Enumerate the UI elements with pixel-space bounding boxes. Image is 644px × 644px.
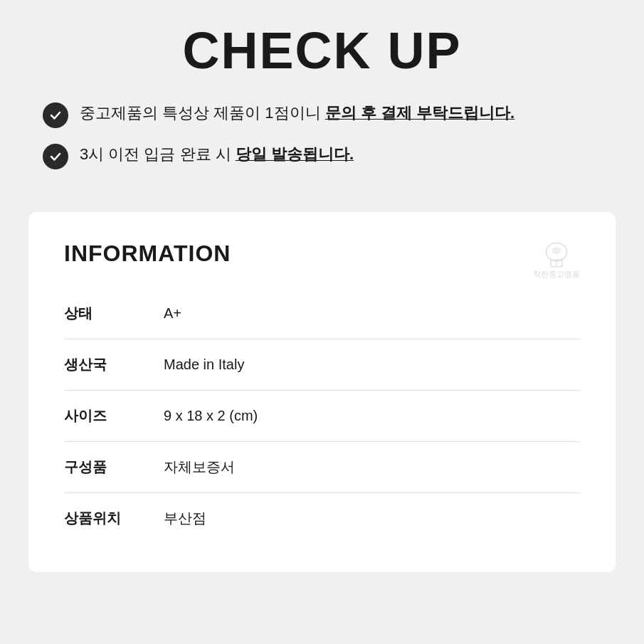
row-value-2: 9 x 18 x 2 (cm) xyxy=(164,408,258,424)
checkmark-svg xyxy=(48,108,63,122)
row-label-4: 상품위치 xyxy=(64,509,164,528)
row-value-4: 부산점 xyxy=(164,509,206,528)
row-value-1: Made in Italy xyxy=(164,357,244,373)
watermark: 착한중고명품 xyxy=(533,241,580,280)
checkmark-svg-2 xyxy=(48,149,63,164)
table-row: 사이즈 9 x 18 x 2 (cm) xyxy=(64,391,580,442)
information-title: INFORMATION xyxy=(64,241,580,267)
row-value-0: A+ xyxy=(164,305,181,322)
svg-point-1 xyxy=(552,248,561,255)
notice-text-1: 중고제품의 특성상 제품이 1점이니 문의 후 결제 부탁드립니다. xyxy=(80,101,514,125)
check-icon-2 xyxy=(43,144,68,169)
row-label-1: 생산국 xyxy=(64,355,164,374)
notice-item-1: 중고제품의 특성상 제품이 1점이니 문의 후 결제 부탁드립니다. xyxy=(43,101,601,128)
table-row: 상품위치 부산점 xyxy=(64,493,580,544)
watermark-icon-svg xyxy=(539,241,574,269)
check-icon-1 xyxy=(43,102,68,128)
row-label-2: 사이즈 xyxy=(64,406,164,426)
table-row: 생산국 Made in Italy xyxy=(64,339,580,391)
information-table: 상태 A+ 생산국 Made in Italy 사이즈 9 x 18 x 2 (… xyxy=(64,288,580,544)
table-row: 상태 A+ xyxy=(64,288,580,339)
table-row: 구성품 자체보증서 xyxy=(64,442,580,493)
notice-item-2: 3시 이전 입금 완료 시 당일 발송됩니다. xyxy=(43,142,601,169)
notice-text-2: 3시 이전 입금 완료 시 당일 발송됩니다. xyxy=(80,142,354,166)
row-label-0: 상태 xyxy=(64,304,164,323)
page-title: CHECK UP xyxy=(43,21,601,80)
row-value-3: 자체보증서 xyxy=(164,458,235,477)
row-label-3: 구성품 xyxy=(64,458,164,477)
information-card: INFORMATION 착한중고명품 상태 A+ 생산국 Made in Ita… xyxy=(28,212,616,572)
watermark-text: 착한중고명품 xyxy=(533,269,580,280)
top-section: CHECK UP 중고제품의 특성상 제품이 1점이니 문의 후 결제 부탁드립… xyxy=(0,0,644,212)
